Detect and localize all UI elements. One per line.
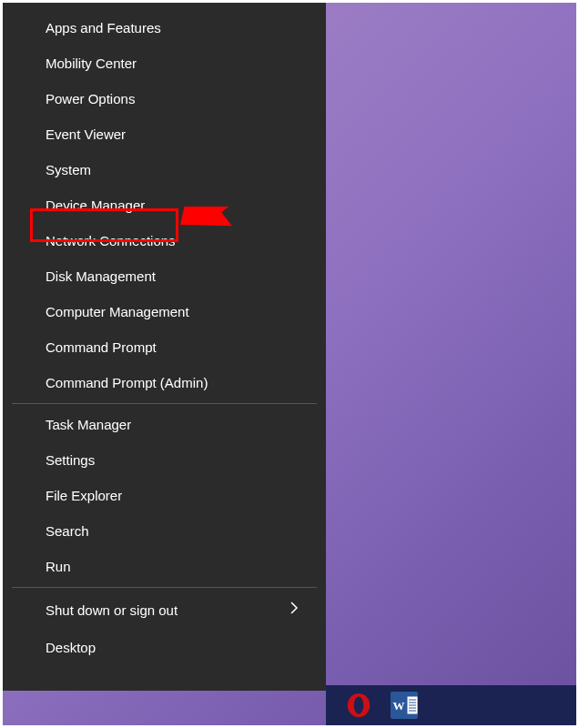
- menu-item-label: Computer Management: [46, 304, 189, 319]
- menu-item-label: System: [46, 162, 91, 177]
- winx-menu: Apps and Features Mobility Center Power …: [3, 3, 326, 691]
- menu-item-mobility-center[interactable]: Mobility Center: [3, 46, 326, 81]
- menu-item-label: Search: [46, 523, 89, 539]
- menu-item-task-manager[interactable]: Task Manager: [3, 407, 326, 442]
- menu-item-label: Run: [46, 559, 71, 574]
- menu-item-label: Apps and Features: [46, 20, 161, 35]
- menu-item-shutdown[interactable]: Shut down or sign out: [3, 591, 326, 630]
- menu-divider: [12, 403, 317, 404]
- menu-item-label: Network Connections: [46, 233, 176, 248]
- menu-item-label: Command Prompt (Admin): [46, 375, 208, 390]
- menu-item-computer-management[interactable]: Computer Management: [3, 294, 326, 329]
- menu-item-device-manager[interactable]: Device Manager: [3, 187, 326, 223]
- menu-item-label: Power Options: [46, 91, 135, 106]
- menu-item-network-connections[interactable]: Network Connections: [3, 223, 326, 258]
- menu-item-label: Device Manager: [46, 197, 145, 213]
- menu-item-desktop[interactable]: Desktop: [3, 630, 326, 665]
- menu-item-system[interactable]: System: [3, 152, 326, 187]
- menu-item-label: Command Prompt: [46, 339, 157, 355]
- svg-point-2: [354, 696, 364, 713]
- menu-item-disk-management[interactable]: Disk Management: [3, 258, 326, 294]
- menu-item-label: Event Viewer: [46, 126, 126, 142]
- menu-item-label: Disk Management: [46, 268, 156, 284]
- menu-item-label: Settings: [46, 452, 95, 468]
- taskbar: W: [326, 685, 576, 725]
- menu-item-apps-features[interactable]: Apps and Features: [3, 10, 326, 46]
- word-icon: W: [391, 692, 418, 719]
- menu-item-command-prompt[interactable]: Command Prompt: [3, 329, 326, 365]
- menu-item-settings[interactable]: Settings: [3, 442, 326, 478]
- menu-item-label: Task Manager: [46, 417, 131, 432]
- menu-item-label: File Explorer: [46, 488, 122, 503]
- menu-divider: [12, 587, 317, 588]
- menu-item-label: Desktop: [46, 640, 96, 655]
- menu-item-command-prompt-admin[interactable]: Command Prompt (Admin): [3, 365, 326, 400]
- menu-item-file-explorer[interactable]: File Explorer: [3, 478, 326, 513]
- opera-icon: [346, 693, 371, 718]
- menu-item-search[interactable]: Search: [3, 513, 326, 549]
- svg-text:W: W: [393, 699, 405, 713]
- menu-item-run[interactable]: Run: [3, 549, 326, 584]
- taskbar-word-icon[interactable]: W: [390, 691, 419, 720]
- chevron-right-icon: [290, 601, 299, 620]
- taskbar-opera-icon[interactable]: [344, 691, 373, 720]
- menu-item-label: Shut down or sign out: [46, 602, 178, 618]
- menu-item-power-options[interactable]: Power Options: [3, 81, 326, 116]
- menu-item-label: Mobility Center: [46, 56, 137, 71]
- menu-item-event-viewer[interactable]: Event Viewer: [3, 116, 326, 152]
